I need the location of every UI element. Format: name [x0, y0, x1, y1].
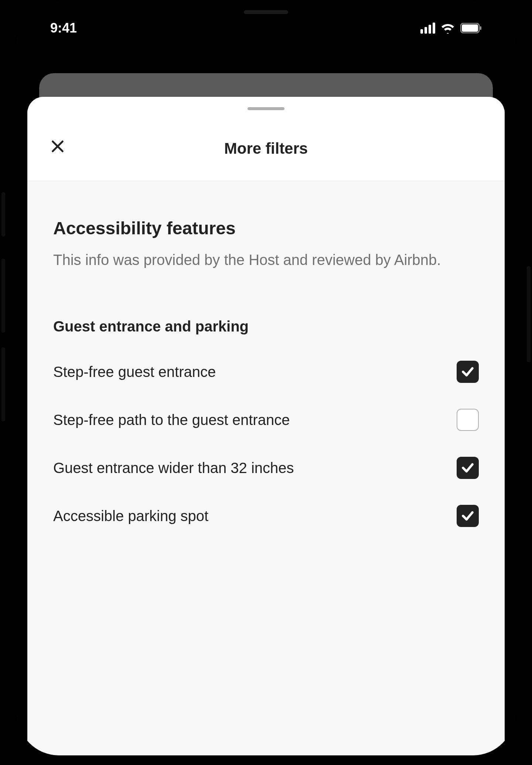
phone-screen: 9:41 — [17, 2, 515, 755]
filters-sheet: More filters Accessibility features This… — [27, 97, 505, 755]
check-icon — [461, 461, 475, 475]
svg-rect-2 — [480, 26, 481, 30]
svg-rect-1 — [462, 24, 478, 32]
filter-row-step-free-entrance[interactable]: Step-free guest entrance — [53, 361, 479, 383]
status-indicators — [420, 23, 482, 34]
sheet-title: More filters — [27, 140, 505, 157]
phone-side-button — [1, 347, 5, 421]
battery-icon — [460, 23, 482, 33]
section-title: Accessibility features — [53, 218, 479, 238]
status-time: 9:41 — [50, 20, 77, 36]
subsection-title: Guest entrance and parking — [53, 318, 479, 335]
check-icon — [461, 509, 475, 523]
filter-label: Accessible parking spot — [53, 506, 442, 526]
sheet-grabber[interactable] — [248, 107, 284, 110]
filter-row-step-free-path[interactable]: Step-free path to the guest entrance — [53, 409, 479, 431]
filter-checkbox[interactable] — [457, 457, 479, 479]
section-description: This info was provided by the Host and r… — [53, 249, 479, 270]
phone-side-button — [527, 266, 531, 362]
filter-row-accessible-parking[interactable]: Accessible parking spot — [53, 505, 479, 527]
filter-checkbox[interactable] — [457, 409, 479, 431]
filter-checkbox[interactable] — [457, 361, 479, 383]
phone-side-button — [1, 192, 5, 237]
phone-speaker — [244, 10, 288, 14]
filter-label: Step-free path to the guest entrance — [53, 410, 442, 430]
check-icon — [461, 365, 475, 379]
wifi-icon — [440, 23, 455, 34]
cellular-signal-icon — [420, 23, 435, 34]
filter-row-wider-entrance[interactable]: Guest entrance wider than 32 inches — [53, 457, 479, 479]
filter-label: Step-free guest entrance — [53, 362, 442, 382]
phone-frame: 9:41 — [7, 0, 525, 765]
phone-side-button — [1, 259, 5, 333]
filter-label: Guest entrance wider than 32 inches — [53, 458, 442, 478]
phone-notch — [203, 2, 329, 23]
sheet-body: Accessibility features This info was pro… — [27, 181, 505, 527]
sheet-header: More filters — [27, 97, 505, 181]
filter-checkbox[interactable] — [457, 505, 479, 527]
